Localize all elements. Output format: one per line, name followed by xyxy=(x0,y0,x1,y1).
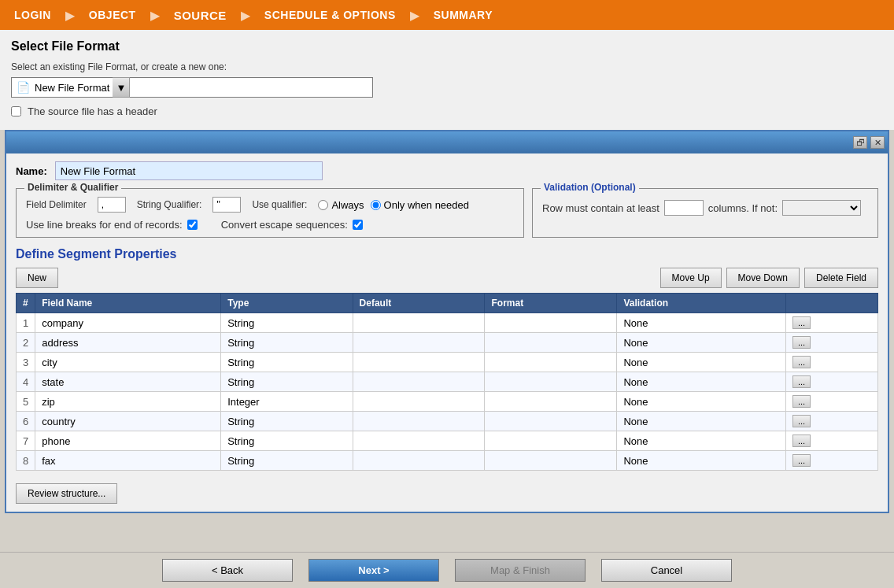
row-dots-button[interactable]: ... xyxy=(792,316,811,329)
dialog-titlebar: 🗗 ✕ xyxy=(6,131,888,153)
row-validation: None xyxy=(617,313,786,333)
cancel-button[interactable]: Cancel xyxy=(601,559,732,582)
dialog-close-btn[interactable]: ✕ xyxy=(870,136,885,149)
row-default xyxy=(353,431,485,451)
delimiter-row-1: Field Delimiter String Qualifier: Use qu… xyxy=(26,197,514,213)
row-field-name: fax xyxy=(35,451,221,471)
row-format xyxy=(485,451,617,471)
nav-schedule[interactable]: SCHEDULE & OPTIONS xyxy=(250,0,410,30)
row-type: String xyxy=(221,412,353,431)
validation-columns-label: columns. If not: xyxy=(708,202,778,214)
row-num: 1 xyxy=(17,313,35,333)
row-dots-button[interactable]: ... xyxy=(792,395,811,408)
escape-checkbox[interactable] xyxy=(353,220,363,230)
name-input[interactable] xyxy=(55,161,323,180)
nav-arrow-4: ▶ xyxy=(410,8,419,23)
table-row[interactable]: 7 phone String None ... xyxy=(17,431,878,451)
table-row[interactable]: 3 city String None ... xyxy=(17,353,878,372)
row-validation: None xyxy=(617,412,786,431)
back-button[interactable]: < Back xyxy=(162,559,293,582)
escape-label: Convert escape sequences: xyxy=(221,219,348,231)
row-dots-button[interactable]: ... xyxy=(792,435,811,447)
radio-only-when-needed[interactable]: Only when needed xyxy=(371,199,469,211)
validation-label: Row must contain at least xyxy=(542,202,659,214)
row-field-name: address xyxy=(35,333,221,353)
row-format xyxy=(485,372,617,392)
map-finish-button[interactable]: Map & Finish xyxy=(455,559,586,582)
header-checkbox-label: The source file has a header xyxy=(28,105,157,117)
radio-only-input[interactable] xyxy=(371,200,381,210)
define-section: Define Segment Properties New Move Up Mo… xyxy=(6,241,888,475)
radio-always-label: Always xyxy=(331,199,364,211)
new-button[interactable]: New xyxy=(16,268,58,288)
row-num: 6 xyxy=(17,412,35,431)
header-checkbox[interactable] xyxy=(11,106,21,116)
radio-always[interactable]: Always xyxy=(318,199,364,211)
row-action: ... xyxy=(785,451,877,471)
row-num: 7 xyxy=(17,431,35,451)
row-dots-button[interactable]: ... xyxy=(792,454,811,467)
nav-login[interactable]: LOGIN xyxy=(0,0,65,30)
col-header-validation: Validation xyxy=(617,294,786,313)
file-format-dropdown[interactable]: 📄 New File Format ▼ xyxy=(11,77,373,98)
file-icon: 📄 xyxy=(17,81,30,94)
table-row[interactable]: 8 fax String None ... xyxy=(17,451,878,471)
nav-arrow-2: ▶ xyxy=(150,8,160,23)
field-delimiter-input[interactable] xyxy=(98,197,126,213)
toolbar-right: Move Up Move Down Delete Field xyxy=(660,268,878,288)
row-dots-button[interactable]: ... xyxy=(792,336,811,349)
validation-legend: Validation (Optional) xyxy=(541,182,639,193)
next-button[interactable]: Next > xyxy=(308,559,439,582)
dropdown-arrow-btn[interactable]: ▼ xyxy=(113,77,130,98)
row-default xyxy=(353,313,485,333)
delete-field-button[interactable]: Delete Field xyxy=(804,268,878,288)
string-qualifier-input[interactable] xyxy=(212,197,241,213)
row-validation: None xyxy=(617,333,786,353)
move-up-button[interactable]: Move Up xyxy=(660,268,722,288)
review-structure-button[interactable]: Review structure... xyxy=(16,483,117,504)
row-action: ... xyxy=(785,412,877,431)
table-row[interactable]: 1 company String None ... xyxy=(17,313,878,333)
row-validation: None xyxy=(617,353,786,372)
row-format xyxy=(485,313,617,333)
dialog: 🗗 ✕ Name: Delimiter & Qualifier Field De… xyxy=(5,130,889,513)
row-num: 3 xyxy=(17,353,35,372)
row-format xyxy=(485,333,617,353)
row-dots-button[interactable]: ... xyxy=(792,375,811,388)
row-type: String xyxy=(221,313,353,333)
nav-object[interactable]: OBJECT xyxy=(75,0,150,30)
row-default xyxy=(353,372,485,392)
move-down-button[interactable]: Move Down xyxy=(726,268,800,288)
escape-item: Convert escape sequences: xyxy=(221,219,363,231)
line-breaks-checkbox[interactable] xyxy=(187,220,198,230)
table-row[interactable]: 2 address String None ... xyxy=(17,333,878,353)
row-default xyxy=(353,353,485,372)
row-validation: None xyxy=(617,431,786,451)
validation-action-select[interactable] xyxy=(782,200,861,216)
file-format-value: New File Format xyxy=(35,82,109,94)
table-row[interactable]: 5 zip Integer None ... xyxy=(17,392,878,412)
row-num: 2 xyxy=(17,333,35,353)
table-row[interactable]: 6 country String None ... xyxy=(17,412,878,431)
nav-source[interactable]: SOURCE xyxy=(160,0,241,30)
panels-row: Delimiter & Qualifier Field Delimiter St… xyxy=(16,188,878,238)
table-row[interactable]: 4 state String None ... xyxy=(17,372,878,392)
delimiter-panel: Delimiter & Qualifier Field Delimiter St… xyxy=(16,188,524,238)
row-field-name: company xyxy=(35,313,221,333)
nav-summary[interactable]: SUMMARY xyxy=(419,0,507,30)
nav-arrow-3: ▶ xyxy=(241,8,250,23)
row-default xyxy=(353,451,485,471)
line-breaks-item: Use line breaks for end of records: xyxy=(26,219,198,231)
col-header-format: Format xyxy=(485,294,617,313)
row-format xyxy=(485,353,617,372)
checkbox-row: Use line breaks for end of records: Conv… xyxy=(26,219,514,231)
name-row: Name: xyxy=(6,153,888,185)
row-dots-button[interactable]: ... xyxy=(792,356,811,368)
validation-columns-input[interactable] xyxy=(664,200,704,216)
dialog-restore-btn[interactable]: 🗗 xyxy=(853,136,867,149)
radio-always-input[interactable] xyxy=(318,200,328,210)
nav-arrow-1: ▶ xyxy=(65,8,75,23)
toolbar-row: New Move Up Move Down Delete Field xyxy=(16,268,878,288)
row-action: ... xyxy=(785,353,877,372)
row-dots-button[interactable]: ... xyxy=(792,415,811,427)
